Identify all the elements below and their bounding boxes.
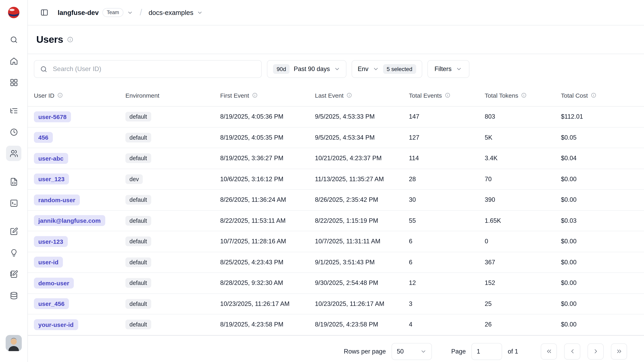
total-tokens-cell: 1.65K	[485, 217, 561, 224]
annotation-notebook-icon[interactable]	[6, 266, 21, 282]
column-header-user-id[interactable]: User ID	[34, 92, 126, 99]
table-row[interactable]: 456 default 8/19/2025, 4:05:35 PM 9/5/20…	[28, 127, 644, 148]
column-header-environment[interactable]: Environment	[126, 92, 220, 99]
datasets-database-icon[interactable]	[6, 288, 21, 303]
search-icon	[40, 65, 48, 73]
app-window: langfuse-dev Team / docs-examples Users	[0, 0, 644, 362]
langfuse-logo[interactable]	[7, 0, 20, 25]
table-row[interactable]: your-user-id default 8/19/2025, 4:23:58 …	[28, 314, 644, 335]
table-row[interactable]: user_123 dev 10/6/2025, 3:16:12 PM 11/13…	[28, 169, 644, 190]
rows-per-page-select[interactable]: 50	[392, 343, 432, 360]
search-input[interactable]	[52, 65, 256, 73]
table-row[interactable]: user-id default 8/25/2025, 4:23:43 PM 9/…	[28, 252, 644, 273]
user-id-badge[interactable]: user_123	[34, 174, 69, 185]
total-events-cell: 6	[409, 259, 485, 266]
date-range-select[interactable]: 90d Past 90 days	[267, 60, 346, 78]
user-id-badge[interactable]: user-123	[34, 236, 68, 247]
environment-cell: default	[126, 257, 220, 267]
table-row[interactable]: demo-user default 8/28/2025, 9:32:30 AM …	[28, 273, 644, 294]
last-event-cell: 9/30/2025, 2:54:48 PM	[315, 279, 409, 287]
user-id-badge[interactable]: your-user-id	[34, 319, 78, 330]
total-cost-cell: $112.01	[561, 113, 644, 121]
environment-badge: default	[126, 112, 151, 122]
search-icon[interactable]	[6, 32, 21, 47]
user-id-badge[interactable]: demo-user	[34, 278, 74, 288]
evaluators-lightbulb-icon[interactable]	[6, 245, 21, 260]
column-label: Total Cost	[561, 92, 588, 99]
environment-cell: default	[126, 133, 220, 142]
environment-badge: default	[126, 133, 151, 142]
table-row[interactable]: user-123 default 10/7/2025, 11:28:16 AM …	[28, 231, 644, 252]
column-header-last-event[interactable]: Last Event	[315, 92, 409, 99]
last-page-icon[interactable]	[611, 343, 627, 359]
page-number-input[interactable]	[472, 343, 502, 360]
user-id-badge[interactable]: user_456	[34, 298, 69, 309]
column-header-total-tokens[interactable]: Total Tokens	[485, 92, 561, 99]
column-header-first-event[interactable]: First Event	[220, 92, 315, 99]
column-label: Total Tokens	[485, 92, 518, 99]
table-row[interactable]: user_456 default 10/23/2025, 11:26:17 AM…	[28, 294, 644, 314]
dashboards-grid-icon[interactable]	[6, 75, 21, 90]
environment-cell: default	[126, 195, 220, 205]
last-event-cell: 8/26/2025, 2:35:42 PM	[315, 196, 409, 204]
main-content: langfuse-dev Team / docs-examples Users	[28, 0, 644, 362]
org-selector[interactable]: langfuse-dev Team	[58, 8, 133, 17]
environment-badge: default	[126, 257, 151, 267]
first-event-cell: 10/7/2025, 11:28:16 AM	[220, 238, 315, 245]
total-cost-cell: $0.00	[561, 300, 644, 307]
evaluation-square-pen-icon[interactable]	[6, 224, 21, 239]
next-page-icon[interactable]	[588, 343, 604, 359]
info-icon	[252, 92, 258, 98]
column-header-total-events[interactable]: Total Events	[409, 92, 485, 99]
user-id-badge[interactable]: 456	[34, 132, 53, 143]
environment-select[interactable]: Env 5 selected	[352, 60, 422, 78]
playground-terminal-icon[interactable]	[6, 195, 21, 211]
last-event-cell: 10/23/2025, 11:26:17 AM	[315, 300, 409, 307]
environment-badge: default	[126, 195, 151, 205]
user-id-badge[interactable]: jannik@langfuse.com	[34, 215, 105, 226]
info-icon	[57, 92, 63, 98]
rows-per-page-label: Rows per page	[344, 348, 386, 355]
prompts-file-icon[interactable]	[6, 174, 21, 189]
first-event-cell: 8/28/2025, 9:32:30 AM	[220, 279, 315, 287]
user-id-badge[interactable]: user-abc	[34, 153, 68, 164]
sessions-clock-icon[interactable]	[6, 124, 21, 140]
environment-cell: default	[126, 299, 220, 309]
column-label: First Event	[220, 92, 249, 99]
filters-button[interactable]: Filters	[427, 60, 469, 78]
last-event-cell: 10/7/2025, 11:31:11 AM	[315, 238, 409, 245]
user-avatar[interactable]	[6, 335, 22, 351]
user-id-cell: user-5678	[34, 111, 126, 122]
table-row[interactable]: random-user default 8/26/2025, 11:36:24 …	[28, 190, 644, 210]
table-row[interactable]: user-abc default 8/19/2025, 3:36:27 PM 1…	[28, 148, 644, 169]
environment-badge: dev	[126, 174, 143, 184]
total-cost-cell: $0.03	[561, 217, 644, 224]
users-icon[interactable]	[6, 146, 21, 161]
total-events-cell: 55	[409, 217, 485, 224]
chevron-down-icon	[372, 66, 379, 72]
user-id-badge[interactable]: user-5678	[34, 111, 71, 122]
environment-cell: default	[126, 112, 220, 122]
user-id-cell: user_123	[34, 174, 126, 185]
total-tokens-cell: 5K	[485, 134, 561, 141]
sidebar-toggle-icon[interactable]	[38, 6, 51, 19]
total-tokens-cell: 803	[485, 113, 561, 121]
title-section: Users	[28, 26, 644, 54]
user-id-badge[interactable]: random-user	[34, 195, 80, 205]
first-event-cell: 8/19/2025, 3:36:27 PM	[220, 155, 315, 162]
first-page-icon[interactable]	[541, 343, 557, 359]
project-name: docs-examples	[148, 9, 193, 16]
column-header-total-cost[interactable]: Total Cost	[561, 92, 644, 99]
user-id-cell: demo-user	[34, 278, 126, 288]
environment-cell: default	[126, 237, 220, 246]
home-icon[interactable]	[6, 53, 21, 69]
tracing-list-tree-icon[interactable]	[6, 103, 21, 118]
table-row[interactable]: user-5678 default 8/19/2025, 4:05:36 PM …	[28, 107, 644, 127]
project-selector[interactable]: docs-examples	[148, 9, 203, 16]
user-id-badge[interactable]: user-id	[34, 257, 63, 268]
table-row[interactable]: jannik@langfuse.com default 8/22/2025, 1…	[28, 210, 644, 231]
users-table-body: user-5678 default 8/19/2025, 4:05:36 PM …	[28, 107, 644, 335]
info-icon	[346, 92, 352, 98]
page-title: Users	[36, 34, 63, 45]
prev-page-icon[interactable]	[564, 343, 580, 359]
